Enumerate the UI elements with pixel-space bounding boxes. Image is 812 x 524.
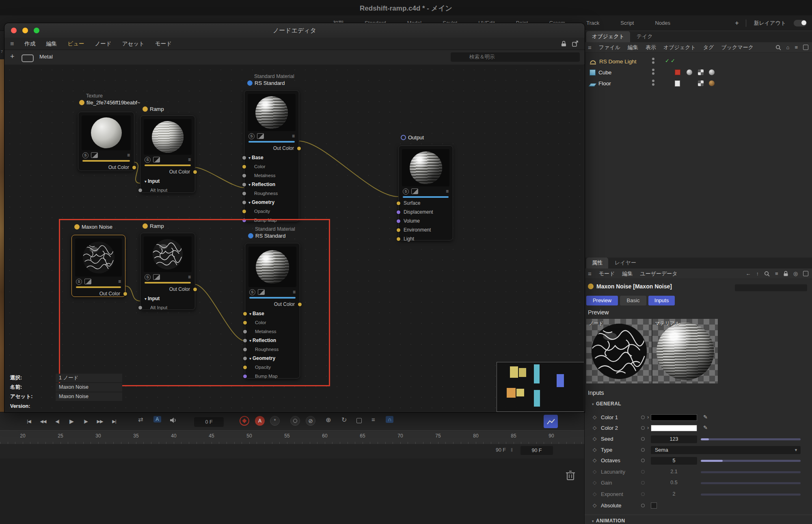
material-tag-icon[interactable] xyxy=(709,69,715,75)
play-button[interactable]: ▶ xyxy=(66,418,77,424)
sound-icon[interactable] xyxy=(170,417,177,423)
add-layout-button[interactable]: + xyxy=(735,19,739,27)
redshift-object-tag-icon[interactable] xyxy=(675,69,680,75)
ramp-node-top[interactable]: S≡ Out Color ▾Input Alt Input xyxy=(140,115,195,193)
menu-asset[interactable]: アセット xyxy=(122,40,145,48)
om-menu-edit[interactable]: 編集 xyxy=(628,44,638,51)
node-editor-window[interactable]: ノードエディタ ≡ 作成 編集 ビュー ノード アセット モード + Metal… xyxy=(4,23,585,413)
node-menu-icon[interactable]: ≡ xyxy=(292,133,295,139)
node-menu-icon[interactable]: ≡ xyxy=(188,274,191,280)
visibility-dots[interactable] xyxy=(652,69,654,75)
search-input[interactable]: 検索＆明示 xyxy=(451,52,580,62)
next-key-button[interactable]: ▶▶ xyxy=(95,419,105,424)
octaves-value-field[interactable]: 5 xyxy=(651,457,697,465)
environment-port[interactable] xyxy=(397,228,400,232)
uvw-tag-icon[interactable] xyxy=(698,80,704,86)
filter-icon[interactable]: ≡ xyxy=(795,44,798,50)
menu-node[interactable]: ノード xyxy=(95,40,111,48)
roughness-port[interactable] xyxy=(243,348,247,351)
keyframe-circle[interactable] xyxy=(641,448,645,452)
out-color-port[interactable] xyxy=(193,170,197,174)
keyframe-diamond-icon[interactable]: ◇ xyxy=(593,414,596,420)
search-icon[interactable] xyxy=(764,271,770,277)
maxon-noise-node[interactable]: S≡ Out Color xyxy=(71,235,125,297)
record-keyframe-button[interactable] xyxy=(240,416,249,426)
solo-badge[interactable]: S xyxy=(76,279,82,285)
material-preview-tile[interactable]: マテリアル xyxy=(652,319,718,383)
node-menu-icon[interactable]: ≡ xyxy=(293,289,296,295)
om-menu-objects[interactable]: オブジェクト xyxy=(663,44,696,51)
node-menu-icon[interactable]: ≡ xyxy=(118,279,121,284)
keyframe-diamond-icon[interactable]: ◇ xyxy=(593,447,596,453)
keyframe-circle[interactable] xyxy=(641,437,645,441)
input-section-header[interactable]: ▾Input xyxy=(140,177,195,186)
add-node-button[interactable]: + xyxy=(10,52,15,61)
seed-value-field[interactable]: 123 xyxy=(651,435,697,443)
previous-frame-button[interactable]: ◀| xyxy=(52,419,63,424)
solo-badge[interactable]: S xyxy=(145,274,151,280)
keyframe-circle[interactable] xyxy=(641,504,645,507)
opacity-port[interactable] xyxy=(243,366,247,369)
node-editor-titlebar[interactable]: ノードエディタ xyxy=(4,23,585,38)
frame-icon[interactable] xyxy=(803,45,808,50)
base-port[interactable] xyxy=(242,156,246,160)
metalness-port[interactable] xyxy=(242,174,246,178)
chevron-right-icon[interactable]: › xyxy=(647,424,649,431)
material-tag-icon[interactable] xyxy=(709,80,715,86)
current-frame-field[interactable]: 0 F xyxy=(194,417,224,427)
tab-layers[interactable]: レイヤー xyxy=(609,258,642,268)
layout-toggle[interactable] xyxy=(793,19,807,27)
layout-tab[interactable]: Nodes xyxy=(655,20,670,26)
visibility-dots[interactable] xyxy=(652,80,654,86)
solo-badge[interactable]: S xyxy=(248,133,255,139)
reflection-section-header[interactable]: ▾Reflection xyxy=(245,336,300,345)
out-color-port[interactable] xyxy=(132,166,136,169)
back-icon[interactable]: ← xyxy=(746,271,751,277)
object-row-cube[interactable]: Cube xyxy=(585,67,812,78)
go-to-end-button[interactable]: ▶| xyxy=(109,419,119,424)
om-menu-file[interactable]: ファイル xyxy=(599,44,620,51)
node-preview-tile[interactable]: ノード xyxy=(586,319,652,383)
om-menu-view[interactable]: 表示 xyxy=(646,44,656,51)
color-port[interactable] xyxy=(243,321,247,325)
keyframe-diamond-icon[interactable]: ◇ xyxy=(593,425,596,431)
lock-icon[interactable] xyxy=(561,41,566,47)
out-color-port[interactable] xyxy=(298,303,302,306)
new-layout-button[interactable]: 新レイアウト xyxy=(746,19,786,27)
tab-takes[interactable]: テイク xyxy=(631,31,659,42)
object-row-rs-dome-light[interactable]: RS Dome Light ✓ ✓ xyxy=(585,56,812,67)
hamburger-icon[interactable]: ≡ xyxy=(588,270,592,277)
material-name[interactable]: Metal xyxy=(39,54,53,60)
solo-badge[interactable]: S xyxy=(145,157,151,163)
node-menu-icon[interactable]: ≡ xyxy=(127,152,130,158)
layout-tab[interactable]: Script xyxy=(620,20,634,26)
lock-icon[interactable] xyxy=(784,271,788,276)
enabled-check-icon[interactable]: ✓ xyxy=(665,58,669,64)
next-frame-button[interactable]: |▶ xyxy=(80,419,91,424)
keyframe-diamond-icon[interactable]: ◇ xyxy=(593,502,596,508)
type-dropdown[interactable]: Sema▼ xyxy=(651,446,801,454)
graph-editor-button[interactable] xyxy=(544,415,558,428)
reflection-port[interactable] xyxy=(242,183,246,186)
keyframe-diamond-icon[interactable]: ◇ xyxy=(593,457,596,463)
base-port[interactable] xyxy=(243,312,247,316)
timeline-ruler[interactable]: 20 25 30 35 40 45 50 55 60 65 70 75 80 8… xyxy=(0,430,584,444)
name-field[interactable] xyxy=(735,284,807,291)
visibility-dots[interactable] xyxy=(652,58,654,64)
home-icon[interactable]: ⌂ xyxy=(786,44,790,50)
eyedropper-icon[interactable]: ✎ xyxy=(703,414,708,420)
node-menu-icon[interactable]: ≡ xyxy=(188,157,191,162)
geometry-section-header[interactable]: ▾Geometry xyxy=(245,354,300,363)
compositing-tag-icon[interactable] xyxy=(675,80,680,87)
key-position-button[interactable] xyxy=(290,416,300,426)
surface-port[interactable] xyxy=(397,201,400,205)
keying-options-button[interactable]: * xyxy=(270,416,280,426)
bump-map-port[interactable] xyxy=(242,219,246,222)
inputs-tab-button[interactable]: Inputs xyxy=(648,296,675,305)
keyframe-circle[interactable] xyxy=(641,416,645,419)
enabled-check-icon[interactable]: ✓ xyxy=(671,58,675,64)
ramp-node-bottom[interactable]: S≡ Out Color ▾Input Alt Input xyxy=(140,233,195,310)
node-graph-canvas[interactable]: Texture file_2fe7456ff19beabf~ S≡ Out Co… xyxy=(4,65,584,412)
loop-playback-icon[interactable]: ⇄ xyxy=(138,416,143,423)
preview-tab-button[interactable]: Preview xyxy=(586,296,618,305)
